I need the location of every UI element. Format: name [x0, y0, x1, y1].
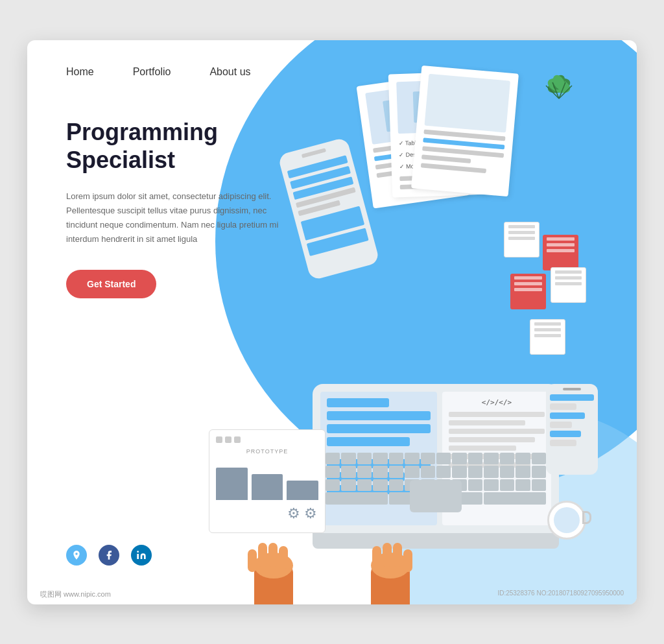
svg-rect-18 — [383, 543, 392, 567]
linkedin-icon[interactable] — [131, 545, 152, 566]
code-symbol: </>/</> — [449, 398, 545, 407]
svg-rect-11 — [248, 549, 257, 572]
proto-dot-3 — [234, 436, 241, 443]
svg-rect-14 — [279, 546, 288, 569]
nav-portfolio[interactable]: Portfolio — [133, 66, 171, 78]
sticky-note-red-1 — [543, 235, 578, 270]
nav-about[interactable]: About us — [209, 66, 250, 78]
facebook-icon[interactable] — [99, 545, 119, 566]
laptop-trackpad — [410, 480, 462, 512]
sticky-note-white-3 — [530, 319, 565, 355]
sticky-note-red-2 — [510, 274, 546, 309]
proto-dot-1 — [216, 436, 222, 443]
hero-description: Lorem ipsum dolor sit amet, consectetur … — [66, 189, 287, 246]
proto-bar-1 — [216, 468, 248, 500]
sticky-note-white-2 — [551, 267, 586, 303]
svg-rect-20 — [403, 549, 412, 572]
hero-title: ProgrammingSpecialist — [66, 118, 287, 174]
proto-bar-2 — [252, 474, 283, 500]
svg-rect-13 — [268, 543, 278, 567]
proto-bar-3 — [287, 481, 318, 500]
prototype-bars — [216, 461, 318, 500]
social-icons — [66, 545, 152, 566]
page-wrapper: Home Portfolio About us ProgrammingSpeci… — [27, 40, 637, 604]
prototype-label: PROTOTYPE — [216, 448, 318, 455]
svg-rect-19 — [393, 543, 402, 567]
proto-dot-2 — [225, 436, 231, 443]
get-started-button[interactable]: Get Started — [66, 270, 156, 298]
watermark-left: 哎图网 www.nipic.com — [40, 590, 111, 599]
coffee-cup — [547, 501, 593, 546]
left-content: ProgrammingSpecialist Lorem ipsum dolor … — [66, 118, 287, 299]
watermark: 哎图网 www.nipic.com ID:25328376 NO:2018071… — [27, 590, 637, 599]
svg-rect-12 — [258, 543, 267, 567]
svg-rect-17 — [372, 546, 381, 569]
nav-home[interactable]: Home — [66, 66, 94, 78]
plant-decoration — [533, 66, 585, 118]
location-icon[interactable] — [66, 545, 87, 566]
phone-right-small — [546, 384, 598, 475]
sticky-note-white-1 — [504, 222, 540, 257]
navigation: Home Portfolio About us — [66, 66, 251, 78]
watermark-right: ID:25328376 NO:201807180927095950000 — [497, 590, 624, 599]
svg-point-0 — [137, 551, 139, 553]
document-paper-3 — [411, 65, 519, 196]
